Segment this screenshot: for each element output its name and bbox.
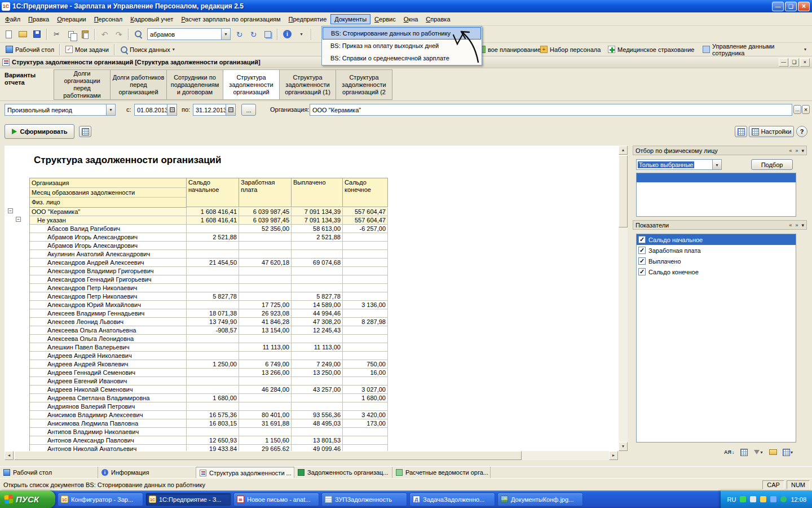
documents-menu-item[interactable]: BS: Приказ на оплату выходных дней — [323, 40, 481, 52]
search-dropdown-icon[interactable]: ▼ — [221, 29, 230, 40]
new-icon[interactable] — [2, 28, 15, 41]
menu-item[interactable]: Расчет зарплаты по организациям — [177, 14, 284, 24]
table-row[interactable]: Абасов Валид Рагибович 52 356,00 58 613,… — [30, 225, 388, 233]
collapse-right-icon[interactable]: » — [795, 148, 798, 154]
table-view-icon[interactable] — [735, 126, 747, 137]
menu-item[interactable]: Предприятие — [285, 14, 331, 24]
documents-menu-item[interactable]: BS: Справки о среднемесячной зарплате — [323, 52, 481, 64]
output-chart-icon[interactable] — [79, 126, 91, 137]
help-button[interactable]: ? — [796, 126, 807, 137]
table-row[interactable]: ООО "Керамика" 1 608 416,41 6 039 987,45… — [30, 208, 388, 216]
redo-icon[interactable] — [112, 28, 125, 41]
table-row[interactable]: Алексеева Ольга Анатольевна -908,57 13 1… — [30, 326, 388, 335]
messenger-icon[interactable] — [740, 496, 746, 502]
save-icon[interactable] — [30, 28, 43, 41]
info-caret-icon[interactable]: ▾ — [295, 28, 308, 41]
antivirus-icon[interactable] — [780, 496, 787, 502]
medical-insurance-button[interactable]: Медицинское страхование — [604, 44, 698, 55]
tab-debt-structure[interactable]: Структура задолженности ... — [196, 467, 294, 478]
report-variant-tab[interactable]: Структура задолженности организаций (1) — [279, 69, 336, 100]
filter-kind-dropdown-icon[interactable]: ▼ — [712, 160, 721, 169]
tab-organization-debt[interactable]: Задолженность организац... — [294, 467, 392, 478]
close-icon[interactable]: × — [798, 2, 810, 11]
toolbar-overflow-icon[interactable]: ▾ — [804, 47, 806, 52]
checkbox-checked-icon[interactable] — [638, 247, 646, 254]
task-enterprise[interactable]: 1С 1С:Предприятие - З... — [145, 493, 231, 506]
table-row[interactable]: Андреев Геннадий Семенович 13 266,00 13 … — [30, 369, 388, 377]
open-icon[interactable] — [16, 28, 29, 41]
menu-item[interactable]: Файл — [1, 14, 24, 24]
indicator-row[interactable]: Сальдо конечное — [637, 266, 796, 277]
indicator-row[interactable]: Сальдо начальное — [637, 234, 796, 245]
checkbox-checked-icon[interactable] — [638, 257, 646, 265]
panel-menu-icon[interactable]: ▾ — [801, 148, 804, 154]
task-documents-jpg[interactable]: ДокументыКонф.jpg... — [497, 493, 583, 506]
table-row[interactable]: Александров Владимир Григорьевич — [30, 267, 388, 275]
vertical-scroll-thumb[interactable] — [619, 155, 628, 227]
table-row[interactable]: Алексеев Владимир Геннадьевич 18 071,38 … — [30, 309, 388, 318]
pick-button[interactable]: Подбор — [751, 159, 793, 170]
table-row[interactable]: Антонов Александр Павлович 12 650,93 1 1… — [30, 436, 388, 445]
period-dropdown-icon[interactable]: ▼ — [106, 104, 115, 115]
table-row[interactable]: Андреев Николай Семенович 46 284,00 43 2… — [30, 386, 388, 394]
table-row[interactable]: Александров Геннадий Григорьевич — [30, 275, 388, 284]
table-row[interactable]: Андреев Андрей Яковлевич 1 250,00 6 749,… — [30, 360, 388, 369]
report-variant-tab[interactable]: Структура задолженности организаций (2 — [336, 69, 392, 100]
table-row[interactable]: Алексеева Ольга Леонидовна — [30, 335, 388, 343]
collapse-right-icon[interactable]: » — [795, 222, 798, 228]
filter-icon[interactable]: ▾ — [753, 447, 764, 457]
collapse-left-icon[interactable]: « — [789, 148, 792, 154]
copy-result-icon[interactable] — [261, 28, 274, 41]
update-icon[interactable] — [760, 496, 766, 502]
undo-icon[interactable] — [98, 28, 111, 41]
start-button[interactable]: ПУСК — [0, 491, 55, 508]
employee-data-button[interactable]: Управление данными сотрудника — [699, 44, 812, 55]
volume-icon[interactable] — [750, 496, 756, 502]
menu-item[interactable]: Справка — [422, 14, 454, 24]
table-row[interactable]: Андреев Евгений Иванович — [30, 377, 388, 386]
maximize-icon[interactable]: ❏ — [785, 2, 797, 11]
search-input[interactable]: абрамов ▼ — [147, 28, 231, 40]
table-row[interactable]: Антонов Николай Анатольевич 19 433,84 29… — [30, 445, 388, 451]
organization-clear-icon[interactable]: × — [802, 105, 810, 114]
report-variant-tab[interactable]: Структура задолженности организаций — [223, 69, 280, 100]
table-row[interactable]: Абрамов Игорь Александрович — [30, 242, 388, 250]
organization-pick-icon[interactable]: ... — [793, 105, 801, 114]
horizontal-scrollbar[interactable]: ◄ ► — [5, 451, 619, 460]
calendar-icon[interactable] — [167, 104, 176, 115]
scroll-down-icon[interactable]: ▼ — [619, 442, 628, 451]
task-new-mail[interactable]: Новое письмо - anat... — [233, 493, 319, 506]
table-row[interactable]: Не указан 1 608 416,41 6 039 987,45 7 09… — [30, 216, 388, 225]
collapse-group-icon[interactable]: − — [16, 217, 21, 222]
menu-item[interactable]: Документы — [330, 14, 370, 24]
language-indicator[interactable]: RU — [727, 496, 736, 503]
folder-icon[interactable] — [767, 447, 779, 457]
find-all-icon[interactable] — [247, 28, 260, 41]
scroll-up-icon[interactable]: ▲ — [619, 146, 628, 155]
menu-item[interactable]: Кадровый учет — [126, 14, 177, 24]
selected-empty-row[interactable] — [637, 173, 796, 182]
tab-desktop[interactable]: Рабочий стол — [0, 467, 98, 478]
indicator-row[interactable]: Выплачено — [637, 256, 796, 266]
network-icon[interactable] — [770, 496, 776, 502]
data-search-button[interactable]: Поиск данных ▾ — [117, 44, 178, 55]
generate-button[interactable]: Сформировать — [5, 124, 74, 139]
search-icon[interactable] — [132, 28, 145, 41]
collapse-left-icon[interactable]: « — [789, 222, 792, 228]
report-variant-tab[interactable]: Долги организации перед работниками — [54, 69, 111, 100]
period-combobox[interactable]: Произвольный период ▼ — [5, 104, 116, 116]
menu-item[interactable]: Правка — [24, 14, 53, 24]
recruiting-button[interactable]: Набор персонала — [537, 44, 604, 55]
checkbox-checked-icon[interactable] — [638, 236, 646, 243]
menu-item[interactable]: Персонал — [90, 14, 127, 24]
table-row[interactable]: Александров Андрей Алексеевич 21 454,50 … — [30, 259, 388, 267]
organization-field[interactable]: ООО "Керамика" — [310, 104, 792, 116]
minimize-icon[interactable]: — — [772, 2, 784, 11]
table-row[interactable]: Алексеев Леонид Львович 13 749,90 41 846… — [30, 318, 388, 326]
table-row[interactable]: Анисимов Владимир Алексеевич 16 575,36 8… — [30, 411, 388, 419]
table-row[interactable]: Андреев Андрей Николаевич — [30, 352, 388, 360]
task-task-debt[interactable]: ЗадачаЗадолженно... — [409, 493, 495, 506]
table-row[interactable]: Александров Юрий Михайлович 17 725,00 14… — [30, 301, 388, 309]
mdi-restore-icon[interactable]: ❏ — [789, 58, 799, 67]
desktop-panel-button[interactable]: Рабочий стол — [2, 44, 58, 55]
